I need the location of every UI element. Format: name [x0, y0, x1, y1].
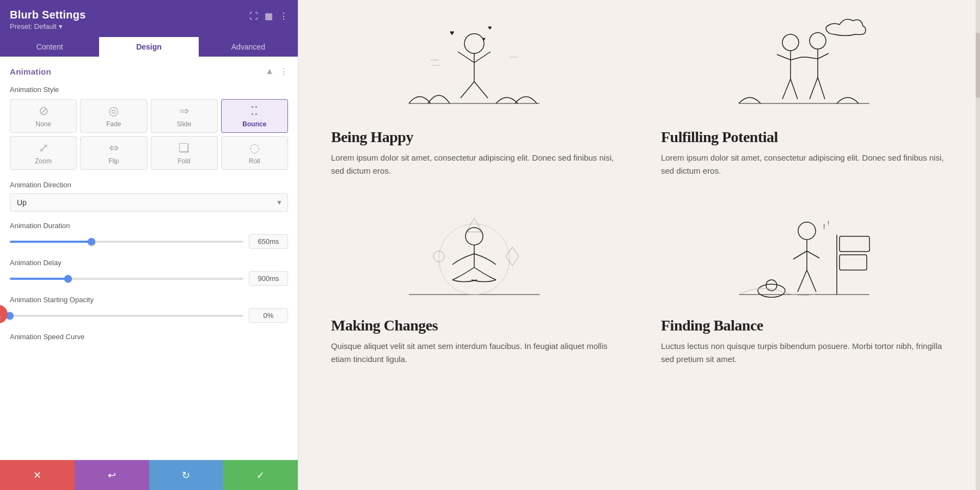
being-happy-text: Lorem ipsum dolor sit amet, consectetur …: [331, 151, 617, 177]
panel-preset[interactable]: Preset: Default ▾: [10, 22, 85, 30]
opacity-slider-track[interactable]: [10, 315, 243, 317]
finding-balance-title: Finding Balance: [661, 317, 947, 334]
delay-slider-row: 900ms: [10, 271, 288, 286]
delay-slider-track[interactable]: [10, 278, 243, 280]
anim-flip[interactable]: ⇔ Flip: [80, 136, 147, 170]
svg-text:♥: ♥: [488, 24, 492, 32]
svg-text:♥: ♥: [450, 28, 454, 37]
anim-fade[interactable]: ◎ Fade: [80, 99, 147, 133]
settings-icon[interactable]: ⋮: [279, 66, 288, 77]
delay-value[interactable]: 900ms: [249, 271, 288, 286]
section-title: Animation: [10, 67, 51, 76]
blurb-finding-balance: ! ! Finding Ba: [661, 199, 947, 366]
roll-icon: ◌: [249, 142, 260, 154]
blurb-grid: ♥ ♥ ♥ Being Happy Lorem ipsum dolor sit …: [331, 11, 947, 366]
opacity-value[interactable]: 0%: [249, 308, 288, 323]
direction-select[interactable]: Up Down Left Right: [10, 193, 288, 212]
blurb-being-happy: ♥ ♥ ♥ Being Happy Lorem ipsum dolor sit …: [331, 11, 617, 177]
none-icon: ⊘: [39, 105, 48, 117]
tab-design[interactable]: Design: [99, 37, 198, 57]
delay-slider-thumb[interactable]: [64, 275, 72, 283]
animation-section-header: Animation ▲ ⋮: [10, 66, 288, 77]
columns-icon[interactable]: ▦: [265, 11, 273, 21]
section-header-icons: ▲ ⋮: [265, 66, 288, 77]
flip-icon: ⇔: [109, 142, 119, 154]
blurb-making-changes: Making Changes Quisque aliquet velit sit…: [331, 199, 617, 366]
fulfilling-potential-title: Fulfilling Potential: [661, 128, 947, 146]
making-changes-title: Making Changes: [331, 317, 617, 334]
undo-button[interactable]: ↩: [75, 460, 149, 490]
svg-text:!: !: [828, 220, 829, 226]
more-icon[interactable]: ⋮: [279, 11, 288, 21]
tab-advanced[interactable]: Advanced: [199, 37, 298, 57]
making-changes-illustration: [331, 199, 617, 308]
being-happy-title: Being Happy: [331, 128, 617, 146]
delay-slider-fill: [10, 278, 68, 280]
duration-value[interactable]: 650ms: [249, 234, 288, 249]
duration-slider-row: 650ms: [10, 234, 288, 249]
none-label: None: [35, 120, 51, 128]
panel-tabs: Content Design Advanced: [0, 37, 298, 57]
slide-icon: ⇒: [179, 105, 189, 117]
animation-duration-row: Animation Duration 650ms: [10, 222, 288, 249]
animation-direction-row: Animation Direction Up Down Left Right ▼: [10, 181, 288, 212]
svg-point-1: [464, 34, 484, 53]
finding-balance-illustration: ! !: [661, 199, 947, 308]
panel-header: Blurb Settings Preset: Default ▾ ⛶ ▦ ⋮: [0, 0, 298, 37]
cancel-button[interactable]: ✕: [0, 460, 75, 490]
duration-slider-fill: [10, 241, 91, 243]
anim-bounce[interactable]: ⁚⁚ Bounce: [221, 99, 288, 133]
being-happy-illustration: ♥ ♥ ♥: [331, 11, 617, 120]
animation-style-grid: ⊘ None ◎ Fade ⇒ Slide ⁚⁚ Bounce ⤢ Zoom: [10, 99, 288, 170]
blurb-fulfilling-potential: Fulfilling Potential Lorem ipsum dolor s…: [661, 11, 947, 177]
page-scrollbar-track: [976, 0, 980, 490]
svg-point-27: [798, 222, 816, 240]
anim-fold[interactable]: ❏ Fold: [151, 136, 218, 170]
fullscreen-icon[interactable]: ⛶: [249, 11, 258, 21]
panel-footer: ✕ ↩ ↻ ✓: [0, 460, 298, 490]
animation-delay-row: Animation Delay 900ms: [10, 259, 288, 286]
fold-label: Fold: [177, 157, 190, 165]
fulfilling-potential-illustration: [661, 11, 947, 120]
direction-label: Animation Direction: [10, 181, 288, 189]
panel-header-icons: ⛶ ▦ ⋮: [249, 11, 288, 21]
opacity-label: Animation Starting Opacity: [10, 296, 288, 304]
confirm-button[interactable]: ✓: [223, 460, 298, 490]
finding-balance-text: Luctus lectus non quisque turpis bibendu…: [661, 340, 947, 366]
anim-slide[interactable]: ⇒ Slide: [151, 99, 218, 133]
animation-style-row: Animation Style ⊘ None ◎ Fade ⇒ Slide ⁚⁚…: [10, 85, 288, 170]
bounce-icon: ⁚⁚: [250, 105, 258, 117]
anim-none[interactable]: ⊘ None: [10, 99, 77, 133]
page-content: ♥ ♥ ♥ Being Happy Lorem ipsum dolor sit …: [298, 0, 980, 490]
fold-icon: ❏: [179, 142, 189, 154]
fade-icon: ◎: [108, 105, 119, 117]
zoom-icon: ⤢: [39, 142, 48, 154]
svg-point-12: [810, 33, 826, 49]
svg-text:♥: ♥: [482, 36, 486, 42]
delay-label: Animation Delay: [10, 259, 288, 267]
fulfilling-potential-text: Lorem ipsum dolor sit amet, consectetur …: [661, 151, 947, 177]
anim-zoom[interactable]: ⤢ Zoom: [10, 136, 77, 170]
speed-label: Animation Speed Curve: [10, 333, 288, 341]
anim-roll[interactable]: ◌ Roll: [221, 136, 288, 170]
slide-label: Slide: [177, 120, 192, 128]
duration-slider-thumb[interactable]: [88, 238, 95, 246]
panel-body: Animation ▲ ⋮ Animation Style ⊘ None ◎ F…: [0, 57, 298, 460]
svg-point-10: [782, 34, 799, 51]
redo-button[interactable]: ↻: [149, 460, 224, 490]
animation-style-label: Animation Style: [10, 85, 288, 94]
flip-label: Flip: [108, 157, 119, 165]
svg-rect-22: [840, 255, 867, 270]
settings-panel: 1 Blurb Settings Preset: Default ▾ ⛶ ▦ ⋮…: [0, 0, 298, 490]
animation-opacity-row: Animation Starting Opacity 0%: [10, 296, 288, 323]
roll-label: Roll: [249, 157, 260, 165]
animation-speed-row: Animation Speed Curve: [10, 333, 288, 341]
making-changes-text: Quisque aliquet velit sit amet sem inter…: [331, 340, 617, 366]
duration-slider-track[interactable]: [10, 241, 243, 243]
direction-select-wrapper: Up Down Left Right ▼: [10, 193, 288, 212]
collapse-icon[interactable]: ▲: [265, 66, 274, 77]
tab-content[interactable]: Content: [0, 37, 99, 57]
panel-header-left: Blurb Settings Preset: Default ▾: [10, 9, 85, 30]
zoom-label: Zoom: [35, 157, 52, 165]
page-scrollbar-thumb[interactable]: [976, 33, 980, 98]
